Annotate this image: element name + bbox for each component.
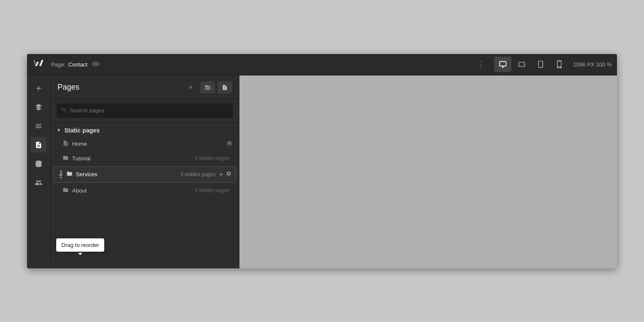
add-page-button[interactable] <box>218 81 232 93</box>
main-content: Pages × <box>27 75 617 268</box>
tutorial-hidden-count: 3 hidden pages <box>151 155 230 161</box>
page-name-home: Home <box>72 141 226 147</box>
svg-point-0 <box>524 64 525 65</box>
page-item-tutorial[interactable]: Tutorial 3 hidden pages <box>51 151 239 166</box>
drag-to-reorder-tooltip: Drag to reorder <box>56 238 104 252</box>
desktop-device-button[interactable] <box>494 57 511 72</box>
tooltip-container: Drag to reorder <box>56 238 104 252</box>
page-item-about[interactable]: About 3 hidden pages <box>51 184 239 198</box>
home-icon <box>226 140 233 148</box>
drag-cursor <box>58 170 64 179</box>
svg-point-1 <box>540 66 541 67</box>
components-button[interactable] <box>31 99 46 115</box>
services-hidden-count: 5 hidden pages <box>146 172 216 178</box>
left-toolbar <box>27 75 51 268</box>
settings-button[interactable] <box>226 171 232 178</box>
add-folder-button[interactable] <box>200 81 215 93</box>
panel-header: Pages × <box>51 75 239 99</box>
top-bar: Page: Contact ⋮ <box>27 54 617 75</box>
canvas-area <box>239 75 617 268</box>
folder-icon <box>63 155 69 162</box>
app-window: Page: Contact ⋮ <box>27 54 617 268</box>
page-name-tutorial: Tutorial <box>72 155 151 162</box>
page-item-services[interactable]: Services 5 hidden pages + <box>53 166 236 183</box>
eye-icon[interactable] <box>92 60 100 69</box>
search-icon <box>61 107 67 114</box>
pages-panel-button[interactable] <box>31 137 46 153</box>
page-label: Page: <box>51 61 66 68</box>
px-display: 1096 PX 100 % <box>573 61 612 68</box>
section-toggle-icon: ▼ <box>57 128 61 132</box>
page-item-home[interactable]: Home <box>51 136 239 151</box>
add-elements-button[interactable] <box>31 81 46 96</box>
folder-icon-about <box>63 187 69 194</box>
add-subpage-button[interactable]: + <box>219 171 223 178</box>
tablet-landscape-button[interactable] <box>513 57 530 72</box>
users-button[interactable] <box>31 175 46 190</box>
page-icon <box>63 140 69 147</box>
panel-title: Pages <box>57 83 189 92</box>
section-title: Static pages <box>64 127 100 134</box>
webflow-logo[interactable] <box>32 57 46 71</box>
about-hidden-count: 3 hidden pages <box>151 187 230 193</box>
page-name-services: Services <box>76 171 146 178</box>
device-selector <box>494 57 568 72</box>
static-pages-section[interactable]: ▼ Static pages <box>51 123 239 136</box>
more-menu-button[interactable]: ⋮ <box>477 60 486 69</box>
cms-button[interactable] <box>31 156 46 172</box>
search-box <box>57 103 233 118</box>
folder-icon-services <box>67 171 73 178</box>
phone-device-button[interactable] <box>551 57 568 72</box>
search-container <box>51 99 239 123</box>
search-input[interactable] <box>70 107 229 114</box>
panel-close-button[interactable]: × <box>189 84 193 91</box>
page-name-about: About <box>72 187 151 194</box>
page-name: Contact <box>68 61 88 68</box>
navigator-button[interactable] <box>31 118 46 134</box>
tablet-portrait-button[interactable] <box>532 57 549 72</box>
